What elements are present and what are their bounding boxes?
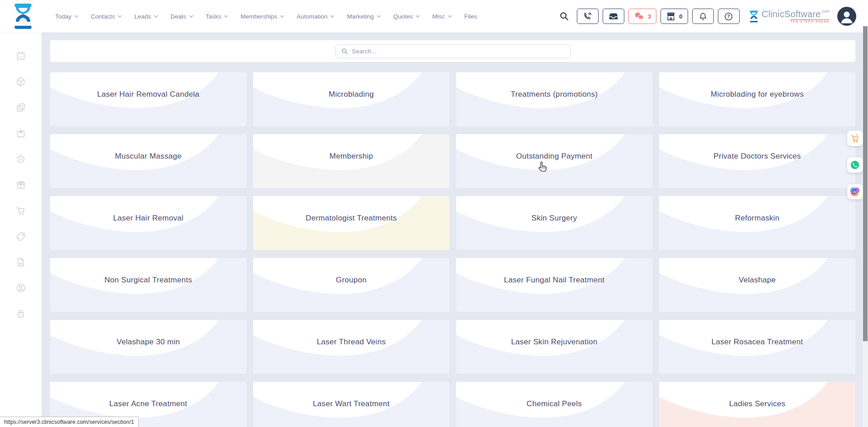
main-content: Laser Hair Removal CandelaMicrobladingTr… (42, 33, 868, 427)
service-card-label: Treatments (promotions) (456, 90, 652, 99)
sidebar-checkin-icon[interactable] (15, 128, 26, 139)
sidebar-user-circle-icon[interactable] (15, 282, 26, 293)
service-card[interactable]: Dermatologist Treatments (253, 196, 449, 250)
menu-item-today[interactable]: Today (55, 13, 79, 20)
service-card[interactable]: Outstanding Payment (456, 134, 652, 188)
scrollbar-thumb[interactable] (863, 26, 868, 341)
service-card[interactable]: Laser Hair Removal Candela (50, 72, 246, 126)
chevron-down-icon (415, 15, 420, 18)
service-card[interactable]: Microblading for eyebrows (659, 72, 855, 126)
services-search-box (335, 44, 571, 58)
sidebar-package-icon[interactable] (15, 76, 26, 87)
menu-item-misc[interactable]: Misc (432, 13, 452, 20)
card-wave-decoration (253, 196, 449, 250)
sidebar-history-icon[interactable] (15, 154, 26, 164)
menu-item-quotes[interactable]: Quotes (393, 13, 420, 20)
sidebar-gift-icon[interactable] (15, 179, 26, 190)
link-status-bar: https://server3.clinicsoftware.com/servi… (0, 417, 139, 427)
card-wave-decoration (253, 72, 449, 126)
menu-item-files[interactable]: Files (464, 13, 477, 20)
service-card[interactable]: Laser Wart Treatment (253, 382, 449, 427)
sidebar-calendar-icon[interactable]: 12 (15, 51, 26, 61)
service-card[interactable]: Chemical Peels (456, 382, 652, 427)
service-card[interactable]: Membership (253, 134, 449, 188)
user-avatar[interactable] (837, 7, 856, 26)
content-header-bar (50, 40, 855, 62)
search-icon[interactable] (559, 11, 569, 21)
service-card[interactable]: Laser Hair Removal (50, 196, 246, 250)
service-card[interactable]: Non Surgical Treatments (50, 258, 246, 312)
service-card[interactable]: Microblading (253, 72, 449, 126)
services-grid: Laser Hair Removal CandelaMicrobladingTr… (50, 72, 855, 427)
cart-icon (850, 134, 860, 143)
service-card-label: Laser Rosacea Treatment (659, 338, 855, 347)
card-wave-decoration (659, 196, 855, 250)
service-card[interactable]: Treatments (promotions) (456, 72, 652, 126)
quick-whatsapp-button[interactable] (847, 157, 863, 173)
card-wave-decoration (50, 72, 246, 126)
service-card[interactable]: Groupon (253, 258, 449, 312)
sidebar: 12 (0, 33, 42, 427)
menu-item-marketing[interactable]: Marketing (347, 13, 381, 20)
brand-hourglass-icon (749, 10, 759, 23)
menu-item-tasks[interactable]: Tasks (206, 13, 229, 20)
chevron-down-icon (377, 15, 381, 18)
card-wave-decoration (456, 134, 652, 188)
card-wave-decoration (456, 258, 652, 312)
service-card[interactable]: Skin Surgery (456, 196, 652, 250)
pos-button[interactable]: 0 (660, 9, 688, 24)
sidebar-cart-icon[interactable] (15, 205, 26, 216)
inbox-icon (609, 12, 618, 21)
service-card[interactable]: Reformaskin (659, 196, 855, 250)
service-card[interactable]: Velashape 30 min (50, 320, 246, 374)
clinicsoftware-brand[interactable]: ClinicSoftware.com TEN STEPS AHEAD (749, 9, 830, 23)
top-navbar: TodayContactsLeadsDealsTasksMembershipsA… (0, 0, 868, 33)
svg-text:?: ? (727, 14, 730, 19)
clinicsoftware-hourglass-logo[interactable] (13, 3, 33, 29)
menu-item-automation[interactable]: Automation (297, 13, 335, 20)
chevron-down-icon (448, 15, 452, 18)
service-card-label: Skin Surgery (456, 214, 652, 223)
menu-item-memberships[interactable]: Memberships (241, 13, 284, 20)
bell-button[interactable] (692, 9, 714, 24)
menu-item-deals[interactable]: Deals (170, 13, 193, 20)
sidebar-lock-icon[interactable] (15, 308, 26, 319)
inbox-button[interactable] (603, 9, 624, 24)
help-button[interactable]: ? (718, 9, 740, 24)
service-card[interactable]: Laser Rosacea Treatment (659, 320, 855, 374)
sidebar-report-icon[interactable] (15, 257, 26, 267)
chat-count-badge: 3 (648, 13, 651, 20)
service-card[interactable]: Laser Thread Veins (253, 320, 449, 374)
service-card[interactable]: Muscular Massage (50, 134, 246, 188)
card-wave-decoration (659, 258, 855, 312)
chat-button[interactable]: 3 (628, 9, 657, 24)
card-wave-decoration (659, 320, 855, 374)
service-card[interactable]: Private Doctors Services (659, 134, 855, 188)
service-card-label: Laser Skin Rejuvenation (456, 338, 652, 347)
search-input[interactable] (352, 48, 565, 55)
service-card[interactable]: Velashape (659, 258, 855, 312)
quick-cart-button[interactable] (847, 131, 863, 146)
card-wave-decoration (50, 134, 246, 188)
service-card-label: Muscular Massage (50, 152, 246, 161)
menu-item-leads[interactable]: Leads (134, 13, 158, 20)
service-card-label: Velashape (659, 276, 855, 285)
store-pos-icon (666, 12, 676, 21)
menu-item-label: Marketing (347, 13, 373, 20)
menu-item-label: Files (464, 13, 477, 20)
vertical-scrollbar[interactable] (863, 33, 868, 427)
phone-button[interactable] (577, 9, 599, 24)
chevron-down-icon (74, 15, 79, 18)
service-card[interactable]: Laser Fungal Nail Treatment (456, 258, 652, 312)
service-card[interactable]: Laser Skin Rejuvenation (456, 320, 652, 374)
sidebar-copy-icon[interactable] (15, 102, 26, 113)
menu-item-label: Deals (170, 13, 186, 20)
sidebar-price-tag-icon[interactable] (15, 231, 26, 242)
svg-text:AI: AI (854, 190, 857, 193)
chat-bubbles-icon (634, 12, 645, 21)
menu-item-contacts[interactable]: Contacts (91, 13, 122, 20)
card-wave-decoration (253, 134, 449, 188)
service-card[interactable]: Ladies Services (659, 382, 855, 427)
quick-ai-button[interactable]: AI (847, 184, 863, 199)
main-menu: TodayContactsLeadsDealsTasksMembershipsA… (55, 13, 477, 20)
